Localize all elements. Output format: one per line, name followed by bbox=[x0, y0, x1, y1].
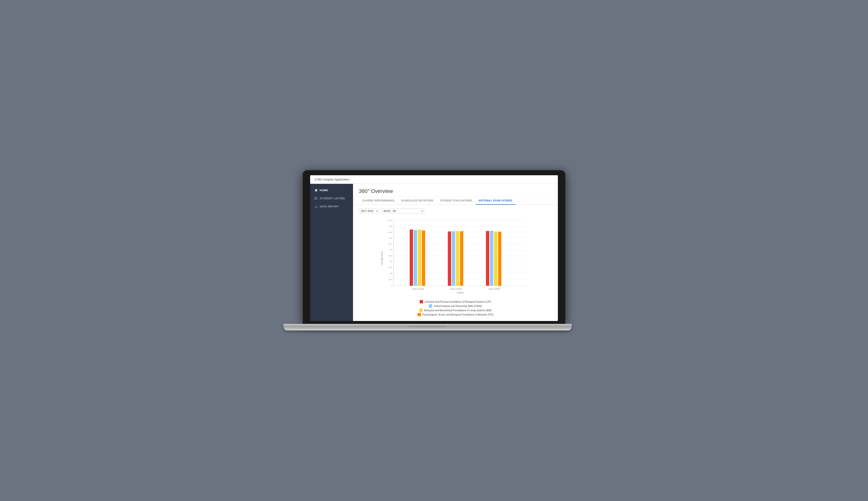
tabs-bar: COURSE PERFORMANCE SCHEDULED ROTATIONS S… bbox=[353, 197, 558, 205]
import-icon bbox=[315, 205, 318, 208]
svg-text:25: 25 bbox=[390, 273, 392, 275]
bar-2020-ps bbox=[422, 231, 425, 286]
legend-label-bb: Biological and Biochemical Foundations o… bbox=[424, 309, 491, 312]
year-select-wrapper[interactable]: 2017-2018 2016-2017 2015-2016 bbox=[359, 209, 379, 213]
legend-label-cp: Chemical and Physical foundations of Bio… bbox=[424, 300, 491, 303]
sidebar-item-student-listing[interactable]: STUDENT LISTING bbox=[310, 194, 353, 202]
sidebar-item-home[interactable]: HOME bbox=[310, 186, 353, 194]
year-dropdown[interactable]: 2017-2018 2016-2017 2015-2016 bbox=[359, 209, 379, 213]
svg-text:75: 75 bbox=[390, 249, 392, 251]
svg-text:125: 125 bbox=[389, 225, 393, 227]
svg-text:37.5: 37.5 bbox=[389, 266, 392, 269]
bar-2018-bb bbox=[494, 232, 497, 286]
bar-2019-ps bbox=[460, 231, 463, 286]
svg-text:87.5: 87.5 bbox=[389, 243, 392, 245]
svg-text:100: 100 bbox=[389, 237, 393, 239]
svg-text:137.5: 137.5 bbox=[388, 219, 393, 222]
legend-item-cp: Chemical and Physical foundations of Bio… bbox=[420, 300, 491, 303]
svg-text:112.5: 112.5 bbox=[388, 231, 393, 233]
laptop-bottom bbox=[284, 324, 572, 331]
users-icon bbox=[315, 197, 318, 200]
sidebar-label-import: DATA IMPORT bbox=[320, 205, 339, 208]
exam-dropdown[interactable]: MCAT - All MCAT - C/P MCAT - CARS MCAT -… bbox=[381, 209, 424, 213]
bar-2018-cars bbox=[490, 231, 493, 286]
page-title: 360° Overview bbox=[359, 188, 552, 194]
legend-label-cars: Critical Analysis and Reasoning Skills (… bbox=[434, 305, 482, 307]
sidebar-label-home: HOME bbox=[320, 189, 328, 192]
bar-2019-bb bbox=[456, 231, 459, 286]
legend-item-cars: Critical Analysis and Reasoning Skills (… bbox=[429, 304, 482, 308]
svg-text:12.5: 12.5 bbox=[389, 278, 392, 280]
page-header: 360° Overview bbox=[353, 184, 558, 197]
legend-swatch-cp bbox=[420, 300, 423, 303]
bar-chart: Average Score 137.5 bbox=[379, 217, 532, 298]
chart-legend: Chemical and Physical foundations of Bio… bbox=[359, 300, 552, 316]
bar-2020-bb bbox=[418, 230, 421, 286]
chart-svg-container: Average Score 137.5 bbox=[359, 217, 552, 298]
svg-text:0: 0 bbox=[391, 285, 393, 287]
x-axis-label: Cohort bbox=[457, 291, 464, 294]
sidebar-item-data-import[interactable]: DATA IMPORT bbox=[310, 202, 353, 211]
legend-swatch-bb bbox=[419, 309, 423, 312]
tab-course-performance[interactable]: COURSE PERFORMANCE bbox=[359, 197, 398, 205]
bar-2020-cars bbox=[414, 230, 417, 286]
chart-area: 2017-2018 2016-2017 2015-2016 MCAT - All… bbox=[353, 205, 558, 321]
bar-2020-cp bbox=[410, 230, 413, 286]
app-title: E360 Insights Application bbox=[315, 178, 349, 181]
tab-scheduled-rotations[interactable]: SCHEDULED ROTATIONS bbox=[398, 197, 437, 205]
top-bar: E360 Insights Application bbox=[310, 175, 558, 184]
tab-student-evaluations[interactable]: STUDENT EVALUATIONS bbox=[437, 197, 475, 205]
exam-select-wrapper[interactable]: MCAT - All MCAT - C/P MCAT - CARS MCAT -… bbox=[381, 209, 424, 213]
legend-swatch-cars bbox=[429, 304, 432, 308]
svg-text:50: 50 bbox=[390, 260, 392, 263]
bar-2018-cp bbox=[486, 231, 489, 286]
laptop-screen: E360 Insights Application HOME bbox=[310, 175, 558, 321]
bar-2019-cars bbox=[452, 231, 455, 286]
sidebar-label-students: STUDENT LISTING bbox=[320, 197, 345, 200]
chart-controls: 2017-2018 2016-2017 2015-2016 MCAT - All… bbox=[359, 209, 552, 213]
laptop-hinge bbox=[409, 326, 447, 328]
sidebar: HOME STUDENT LISTING DATA IMPORT bbox=[310, 184, 353, 321]
label-2018: Class of 2018 bbox=[488, 288, 500, 290]
laptop-wrapper: E360 Insights Application HOME bbox=[303, 170, 565, 331]
y-axis-label: Average Score bbox=[381, 251, 383, 265]
label-2020: Class of 2020 bbox=[412, 288, 424, 290]
legend-swatch-ps bbox=[417, 313, 421, 316]
legend-label-ps: Psychological, Social, and Biological Fo… bbox=[422, 313, 494, 316]
tab-national-exam-scores[interactable]: NATIONAL EXAM SCORES bbox=[475, 197, 516, 205]
svg-text:62.5: 62.5 bbox=[389, 255, 392, 257]
home-icon bbox=[315, 189, 318, 192]
main-content: 360° Overview COURSE PERFORMANCE SCHEDUL… bbox=[353, 184, 558, 321]
bar-2018-ps bbox=[498, 232, 501, 286]
app-shell: HOME STUDENT LISTING DATA IMPORT bbox=[310, 184, 558, 321]
legend-item-ps: Psychological, Social, and Biological Fo… bbox=[417, 313, 494, 316]
bar-2019-cp bbox=[448, 232, 451, 286]
laptop-bezel: E360 Insights Application HOME bbox=[303, 170, 565, 324]
legend-item-bb: Biological and Biochemical Foundations o… bbox=[419, 309, 491, 312]
label-2019: Class of 2019 bbox=[451, 288, 462, 290]
